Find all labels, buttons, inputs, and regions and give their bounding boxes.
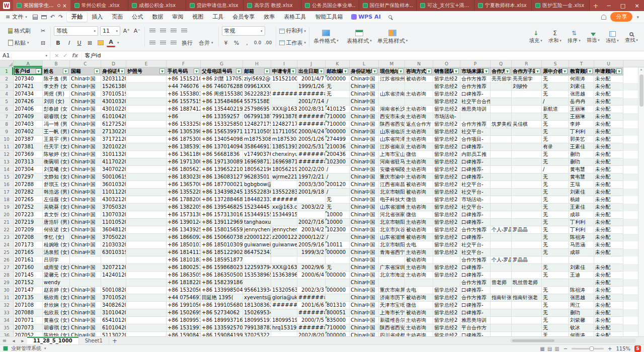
cell-R1[interactable]: 合作方子渠▼	[512, 67, 542, 75]
cell-E18[interactable]	[126, 196, 167, 204]
cell-G9[interactable]: +86 1565399710	[201, 128, 243, 136]
cell-P1[interactable]: 市场来源渠▼	[460, 67, 491, 75]
file-tab[interactable]: 医护五险一金.xlsx	[532, 0, 590, 11]
cell-Q9[interactable]	[491, 128, 512, 136]
cell-N29[interactable]	[405, 279, 433, 287]
cell-C15[interactable]: China中国	[70, 173, 101, 181]
vertical-scrollbar[interactable]: ▴	[638, 67, 644, 336]
cell-G36[interactable]: +86 1590841990	[201, 332, 243, 336]
cell-S20[interactable]: 无	[542, 211, 569, 219]
cell-N2[interactable]: 被动咨询	[405, 75, 433, 83]
filter-button[interactable]: ▼	[505, 68, 510, 74]
cell-O2[interactable]: 留学总经2	[433, 75, 460, 83]
cell-J22[interactable]: 2003/4/2	[297, 226, 326, 234]
cell-H26[interactable]	[243, 256, 271, 264]
column-header-H[interactable]: H	[243, 60, 271, 67]
cell-D23[interactable]: 370502200012272047	[101, 234, 126, 241]
cell-M20[interactable]: 河北省张家	[379, 211, 405, 219]
cell-K2[interactable]: 000000	[326, 75, 350, 83]
cell-D32[interactable]: 340826200106060020	[101, 302, 126, 309]
cell-H33[interactable]: 150269534	[243, 309, 271, 317]
cell-O34[interactable]: 留学总经2	[433, 317, 460, 324]
filter-button[interactable]: ▼	[290, 68, 296, 74]
cell-C23[interactable]: China中国	[70, 234, 101, 241]
cell-U18[interactable]: 未分配	[594, 196, 623, 204]
file-tab[interactable]: 高学历 教授.xlsx	[244, 0, 301, 11]
cell-D5[interactable]: 43010320010T147452S	[101, 98, 126, 106]
cell-R26[interactable]: 罗晶晶	[512, 256, 542, 264]
cell-S18[interactable]: 无	[542, 196, 569, 204]
row-header-25[interactable]: 25	[0, 249, 14, 256]
cell-A10[interactable]: 207387	[14, 136, 43, 143]
cell-J11[interactable]: 2002/5/31	[297, 143, 326, 151]
cell-R29[interactable]: 凯丝曾老师	[512, 279, 542, 287]
cell-S28[interactable]: 无	[542, 272, 569, 279]
cell-Q23[interactable]	[491, 234, 512, 241]
cell-C34[interactable]: China中国	[70, 317, 101, 324]
row-header-32[interactable]: 32	[0, 302, 14, 309]
cell-G11[interactable]: +86 1370140948	[201, 143, 243, 151]
cell-C7[interactable]: China中国	[70, 113, 101, 121]
notification-icon[interactable]	[601, 15, 606, 20]
cell-H22[interactable]: jennychen(	[243, 226, 271, 234]
filter-button[interactable]: ▼	[562, 68, 568, 74]
filter-button[interactable]: ▼	[372, 68, 377, 74]
wps-ai-button[interactable]: WPS AI	[348, 14, 384, 20]
bold-button[interactable]: B	[54, 39, 62, 47]
cell-C32[interactable]: China中国	[70, 302, 101, 309]
cell-R30[interactable]	[512, 287, 542, 294]
cell-E26[interactable]	[126, 256, 167, 264]
cell-T28[interactable]: 王迪	[569, 272, 594, 279]
cell-B17[interactable]: 韩浩远 (男)	[43, 189, 70, 196]
cell-K36[interactable]: 000000	[326, 332, 350, 336]
cell-B8[interactable]: 冯一博 (男	[43, 121, 70, 128]
cell-C35[interactable]: China中国	[70, 324, 101, 332]
cell-I2[interactable]: 151521001	[271, 75, 297, 83]
cell-B22[interactable]: 何依诺 (女)	[43, 226, 70, 234]
cell-I27[interactable]: XXX@163.(	[271, 264, 297, 272]
cell-L15[interactable]: China中国	[350, 173, 379, 181]
cell-I25[interactable]	[271, 249, 297, 256]
cell-N6[interactable]: 主动咨询	[405, 106, 433, 113]
cell-B10[interactable]: 王晨宇 (男)	[43, 136, 70, 143]
cell-O30[interactable]: 留学总经2	[433, 287, 460, 294]
maximize-button[interactable]: □	[616, 0, 630, 11]
cell-E8[interactable]	[126, 121, 167, 128]
cell-I16[interactable]	[271, 181, 297, 189]
cell-G29[interactable]: +86 1582391866(	[201, 279, 243, 287]
cell-K21[interactable]: 10000	[326, 219, 350, 226]
cell-Q1[interactable]: 合作方公司▼	[491, 67, 512, 75]
cell-P14[interactable]: 口碑推荐-	[460, 166, 491, 173]
file-tab[interactable]: 贷款申请信息.xlsx	[186, 0, 244, 11]
cell-I3[interactable]	[271, 83, 297, 91]
row-header-20[interactable]: 20	[0, 211, 14, 219]
cell-K22[interactable]: 102300	[326, 226, 350, 234]
cell-C26[interactable]	[70, 256, 101, 264]
cell-C16[interactable]: China中国	[70, 181, 101, 189]
cell-K18[interactable]: 无	[326, 196, 350, 204]
close-tab-icon[interactable]: ×	[62, 3, 66, 9]
cell-P4[interactable]: 口碑推荐-	[460, 91, 491, 98]
cell-A9[interactable]: 207402	[14, 128, 43, 136]
cell-G23[interactable]: +86 1506607386	[201, 234, 243, 241]
cell-S27[interactable]: 无	[542, 264, 569, 272]
cell-S4[interactable]: 无	[542, 91, 569, 98]
cell-K19[interactable]: 无	[326, 204, 350, 211]
row-header-21[interactable]: 21	[0, 219, 14, 226]
cell-P26[interactable]: 合作方推荐	[460, 256, 491, 264]
cell-B26[interactable]: 吕玥学	[43, 256, 70, 264]
cell-K4[interactable]: 无	[326, 91, 350, 98]
cell-C3[interactable]: China中国	[70, 83, 101, 91]
cell-Q24[interactable]	[491, 241, 512, 249]
cell-S15[interactable]: 无	[542, 173, 569, 181]
cell-J4[interactable]: ########	[297, 91, 326, 98]
cell-J33[interactable]: ########	[297, 309, 326, 317]
cell-U28[interactable]: 未分配	[594, 272, 623, 279]
cell-S30[interactable]: 无	[542, 287, 569, 294]
cell-I1[interactable]: 申请专用邮▼	[271, 67, 297, 75]
cell-M25[interactable]: 青海省西宁	[379, 249, 405, 256]
fill-button[interactable]: ↓填充▾	[526, 25, 545, 49]
cell-T12[interactable]: 蒯玏	[569, 151, 594, 158]
cell-K25[interactable]: 000000	[326, 249, 350, 256]
cell-H9[interactable]: 117110505	[243, 128, 271, 136]
